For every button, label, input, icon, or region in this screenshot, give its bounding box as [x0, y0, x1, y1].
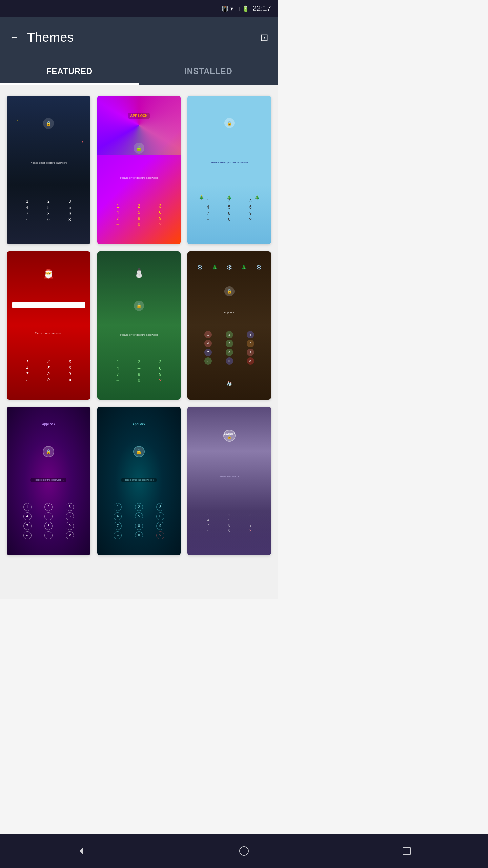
- lock-icon-7: 🔒: [43, 446, 54, 457]
- theme-card-xmas-game[interactable]: 🔒 Please enter gesture password 1 2 3 4 …: [187, 96, 271, 244]
- tab-installed[interactable]: INSTALLED: [139, 58, 278, 85]
- header-left: ← Themes: [7, 29, 74, 45]
- santa-icon: 🎅: [43, 269, 54, 279]
- nav-home-button[interactable]: [236, 843, 252, 860]
- keypad-5: 1 2 3 4 ─ 6 7 8 9 ← 0 ✕: [108, 360, 170, 383]
- lavender-overlay: [187, 511, 271, 555]
- tab-featured[interactable]: FEATURED: [0, 58, 139, 85]
- nav-back-button[interactable]: [73, 843, 90, 860]
- xmas-icons: 🎄🎄🎄: [187, 195, 271, 200]
- theme-card-purple-galaxy[interactable]: AppLock 🔒 Please enter the password ℹ 1 …: [7, 407, 90, 555]
- prompt-3: Please enter gesture password: [211, 161, 248, 164]
- crop-icon[interactable]: ⊡: [257, 29, 271, 46]
- lock-icon-8: 🔒: [133, 446, 145, 457]
- prompt-1: Please enter gesture password: [30, 161, 67, 164]
- theme-card-holiday[interactable]: ❄️🎄❄️🎄❄️ 🔒 AppLock 1 2 3 4 5 6 7 8 9 ← 0…: [187, 251, 271, 400]
- password-field-7: Please enter the password ℹ: [30, 478, 66, 482]
- applock-text-6: AppLock: [224, 311, 235, 314]
- themes-grid: 🔒 Please enter gesture password 1 2 3 4 …: [0, 85, 278, 566]
- theme-card-green-xmas[interactable]: ⛄ 🔒 Please enter gesture password 1 2 3 …: [97, 251, 181, 400]
- hanging-deco: ❄️🎄❄️🎄❄️: [192, 264, 266, 270]
- status-bar: 📳 ▾ ◱ 🔋 22:17: [0, 0, 278, 17]
- svg-marker-0: [79, 847, 83, 855]
- vibrate-icon: 📳: [222, 5, 228, 12]
- battery-icon: 🔋: [242, 5, 249, 12]
- prompt-2: Please enter gesture password: [120, 176, 158, 179]
- theme-card-teal-galaxy[interactable]: AppLock 🔒 Please enter the password ℹ 1 …: [97, 407, 181, 555]
- keypad-6: 1 2 3 4 5 6 7 8 9 ← 0 ✕: [198, 331, 261, 365]
- lock-icon-1: 🔒: [43, 118, 54, 129]
- theme-card-colorful[interactable]: APP LOCK 🔒 Please enter gesture password…: [97, 96, 181, 244]
- theme-card-dark-space[interactable]: 🔒 Please enter gesture password 1 2 3 4 …: [7, 96, 90, 244]
- keypad-4: 1 2 3 4 5 6 7 8 9 ← 0 ✕: [17, 359, 80, 382]
- page-title: Themes: [27, 30, 74, 45]
- sim-icon: ◱: [235, 5, 240, 12]
- snowman-icon: ⛄: [134, 268, 144, 278]
- status-icons: 📳 ▾ ◱ 🔋: [222, 5, 249, 12]
- lavender-badge: Lavender 🔒: [223, 430, 236, 442]
- prompt-4: Please enter password: [35, 332, 62, 335]
- applock-label-7: AppLock: [42, 422, 55, 426]
- deco-arrow-1: →: [14, 117, 20, 123]
- lock-icon-3: 🔒: [224, 118, 235, 128]
- installed-tab-label: INSTALLED: [184, 66, 232, 76]
- tab-bar: FEATURED INSTALLED: [0, 58, 278, 85]
- wifi-icon: ▾: [230, 5, 233, 12]
- theme-card-lavender[interactable]: Lavender 🔒 Please enter gesture 1 2 3 4 …: [187, 407, 271, 555]
- status-time: 22:17: [252, 4, 271, 13]
- app-header: ← Themes ⊡: [0, 17, 278, 58]
- applock-label-8: AppLock: [133, 422, 146, 426]
- bottom-spacer: [0, 566, 278, 599]
- rainbow-rays: [97, 96, 181, 155]
- deco-arrow-2: ↗: [81, 140, 84, 144]
- prompt-5: Please enter gesture password: [120, 333, 158, 336]
- svg-point-1: [240, 847, 248, 855]
- snow-band: [12, 302, 85, 308]
- featured-tab-label: FEATURED: [46, 66, 93, 76]
- lock-icon-6: 🔒: [224, 286, 235, 296]
- keypad-8: 1 2 3 4 5 6 7 8 9 ← 0 ✕: [108, 503, 170, 539]
- lock-icon-5: 🔒: [134, 301, 144, 311]
- password-field-8: Please enter the password ℹ: [121, 478, 157, 482]
- back-button[interactable]: ←: [7, 29, 22, 45]
- keypad-7: 1 2 3 4 5 6 7 8 9 ← 0 ✕: [17, 503, 80, 539]
- prompt-9: Please enter gesture: [220, 475, 239, 477]
- keypad-3: 1 2 3 4 5 6 7 8 9 ← 0 ✕: [198, 199, 261, 222]
- bottom-nav: [0, 834, 278, 868]
- theme-card-red-xmas[interactable]: 🎅 Please enter password 1 2 3 4 5 6 7 8 …: [7, 251, 90, 400]
- stocking-deco: 🧦: [226, 381, 232, 386]
- keypad-2: 1 2 3 4 5 6 7 8 9 ← 0 ✕: [108, 204, 170, 227]
- keypad-1: 1 2 3 4 5 6 7 8 9 ← 0 ✕: [17, 199, 80, 222]
